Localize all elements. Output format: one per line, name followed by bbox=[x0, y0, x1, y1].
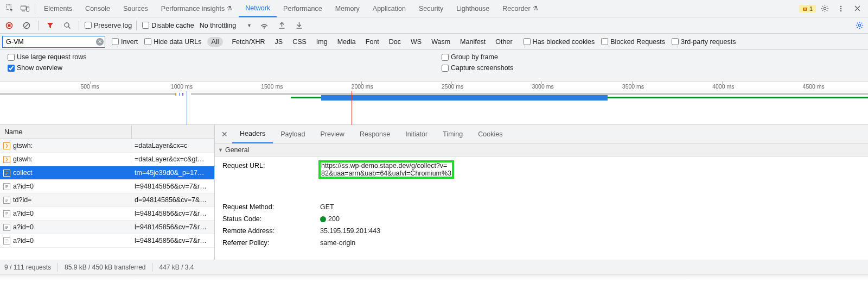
preserve-log-checkbox[interactable]: Preserve log bbox=[84, 22, 132, 29]
show-overview-checkbox[interactable]: Show overview bbox=[7, 64, 427, 72]
devtools-tab[interactable]: Elements bbox=[37, 0, 79, 17]
resources-size: 447 kB / 3.4 bbox=[159, 264, 194, 271]
script-icon bbox=[3, 142, 10, 149]
svg-line-12 bbox=[822, 6, 822, 7]
capture-screenshots-checkbox[interactable]: Capture screenshots bbox=[441, 64, 861, 72]
detail-tab[interactable]: Timing bbox=[435, 125, 470, 143]
disable-cache-checkbox[interactable]: Disable cache bbox=[141, 22, 194, 29]
record-button[interactable] bbox=[2, 18, 16, 33]
svg-point-32 bbox=[858, 24, 860, 26]
resource-type-filter[interactable]: Img bbox=[312, 37, 332, 47]
filter-icon[interactable] bbox=[43, 18, 57, 33]
use-large-rows-checkbox[interactable]: Use large request rows bbox=[7, 53, 427, 61]
devtools-tab[interactable]: Network bbox=[239, 0, 277, 17]
export-har-icon[interactable] bbox=[275, 18, 289, 33]
resource-type-filter[interactable]: All bbox=[207, 37, 224, 47]
devtools-tab[interactable]: Performance bbox=[277, 0, 329, 17]
hide-data-urls-checkbox[interactable]: Hide data URLs bbox=[143, 38, 201, 46]
invert-checkbox[interactable]: Invert bbox=[111, 38, 138, 46]
devtools-tab[interactable]: Lighthouse bbox=[450, 0, 496, 17]
settings-gear-icon[interactable] bbox=[817, 1, 832, 16]
close-details-icon[interactable]: ✕ bbox=[217, 130, 232, 139]
warnings-count: 1 bbox=[809, 5, 813, 12]
inspect-icon[interactable] bbox=[2, 1, 17, 16]
request-row[interactable]: a?id=0l=948145856&cv=7&r… bbox=[0, 221, 214, 234]
detail-tab[interactable]: Initiator bbox=[398, 125, 435, 143]
clear-button[interactable] bbox=[20, 18, 34, 33]
svg-rect-22 bbox=[8, 24, 11, 27]
resource-type-filter[interactable]: Wasm bbox=[427, 37, 455, 47]
status-bar: 9 / 111 requests 85.9 kB / 450 kB transf… bbox=[0, 260, 868, 274]
request-row[interactable]: gtswh:=dataLayer&cx=c&gt… bbox=[0, 153, 214, 166]
request-url-fragment: =dataLayer&cx=c&gt… bbox=[131, 155, 214, 163]
timeline-overview[interactable]: 500 ms1000 ms1500 ms2000 ms2500 ms3000 m… bbox=[0, 82, 868, 125]
svg-rect-4 bbox=[803, 8, 807, 11]
devtools-tab[interactable]: Performance insights ⚗ bbox=[155, 0, 239, 17]
flask-icon: ⚗ bbox=[227, 5, 232, 12]
throttling-select[interactable]: No throttling ▼ bbox=[197, 22, 254, 29]
resource-type-filter[interactable]: Doc bbox=[385, 37, 405, 47]
devtools-tab[interactable]: Memory bbox=[329, 0, 366, 17]
request-row[interactable]: a?id=0l=948145856&cv=7&r… bbox=[0, 180, 214, 193]
svg-line-37 bbox=[857, 23, 858, 23]
referrer-policy-value: same-origin bbox=[320, 239, 355, 247]
resource-type-filter[interactable]: Media bbox=[333, 37, 360, 47]
has-blocked-cookies-checkbox[interactable]: Has blocked cookies bbox=[522, 38, 595, 46]
clear-filter-icon[interactable]: ✕ bbox=[96, 38, 104, 46]
document-icon bbox=[3, 237, 10, 245]
general-section-header[interactable]: ▼ General bbox=[215, 143, 868, 156]
chevron-down-icon: ▼ bbox=[247, 23, 252, 28]
document-icon bbox=[3, 224, 10, 231]
close-devtools-icon[interactable] bbox=[850, 1, 865, 16]
devtools-tab[interactable]: Recorder ⚗ bbox=[496, 0, 544, 17]
import-har-icon[interactable] bbox=[292, 18, 306, 33]
svg-line-15 bbox=[826, 6, 827, 7]
resource-type-filter[interactable]: WS bbox=[406, 37, 426, 47]
request-name: a?id=0 bbox=[13, 183, 34, 190]
warnings-badge[interactable]: 1 bbox=[799, 5, 816, 12]
network-conditions-icon[interactable] bbox=[257, 18, 271, 33]
request-method-label: Request Method: bbox=[222, 203, 320, 211]
svg-point-27 bbox=[264, 27, 265, 28]
detail-tab[interactable]: Cookies bbox=[470, 125, 510, 143]
blocked-requests-checkbox[interactable]: Blocked Requests bbox=[600, 38, 665, 46]
svg-point-25 bbox=[65, 23, 69, 27]
request-name: gtswh: bbox=[13, 142, 33, 149]
flask-icon: ⚗ bbox=[533, 5, 538, 12]
devtools-tab[interactable]: Console bbox=[79, 0, 117, 17]
device-toggle-icon[interactable] bbox=[17, 1, 33, 16]
search-icon[interactable] bbox=[60, 18, 74, 33]
devtools-tab[interactable]: Sources bbox=[117, 0, 155, 17]
resource-type-filter[interactable]: JS bbox=[271, 37, 288, 47]
detail-tab[interactable]: Headers bbox=[232, 125, 273, 143]
devtools-tab[interactable]: Application bbox=[366, 0, 412, 17]
resource-type-filter[interactable]: Other bbox=[491, 37, 516, 47]
svg-line-40 bbox=[861, 23, 862, 23]
document-icon bbox=[3, 210, 10, 217]
resource-type-filter[interactable]: Fetch/XHR bbox=[227, 37, 269, 47]
resource-type-filter[interactable]: Font bbox=[361, 37, 384, 47]
separator bbox=[35, 4, 35, 14]
devtools-tab[interactable]: Security bbox=[412, 0, 450, 17]
table-header[interactable]: Name bbox=[0, 125, 214, 139]
request-row[interactable]: gtswh:=dataLayer&cx=c bbox=[0, 139, 214, 153]
detail-tab[interactable]: Payload bbox=[273, 125, 312, 143]
options-bar: Use large request rows Show overview Gro… bbox=[0, 50, 868, 82]
request-row[interactable]: td?id=d=948145856&cv=7&… bbox=[0, 193, 214, 207]
group-by-frame-checkbox[interactable]: Group by frame bbox=[441, 53, 861, 61]
request-row[interactable]: a?id=0l=948145856&cv=7&r… bbox=[0, 234, 214, 248]
request-row[interactable]: a?id=0l=948145856&cv=7&r… bbox=[0, 207, 214, 221]
kebab-menu-icon[interactable] bbox=[833, 1, 848, 16]
detail-tab[interactable]: Preview bbox=[312, 125, 352, 143]
resource-type-filter[interactable]: Manifest bbox=[456, 37, 490, 47]
third-party-checkbox[interactable]: 3rd-party requests bbox=[671, 38, 736, 46]
network-settings-icon[interactable] bbox=[856, 21, 868, 29]
filter-input[interactable] bbox=[2, 36, 105, 48]
resource-type-filter[interactable]: CSS bbox=[288, 37, 311, 47]
detail-tab[interactable]: Response bbox=[352, 125, 398, 143]
devtools-top-tabs: ElementsConsoleSourcesPerformance insigh… bbox=[0, 0, 868, 17]
request-url-fragment: d=948145856&cv=7&… bbox=[131, 196, 214, 204]
request-row[interactable]: collecttm=45je39d0&_p=17… bbox=[0, 166, 214, 180]
request-url-fragment: l=948145856&cv=7&r… bbox=[131, 183, 214, 190]
svg-point-18 bbox=[840, 10, 842, 11]
